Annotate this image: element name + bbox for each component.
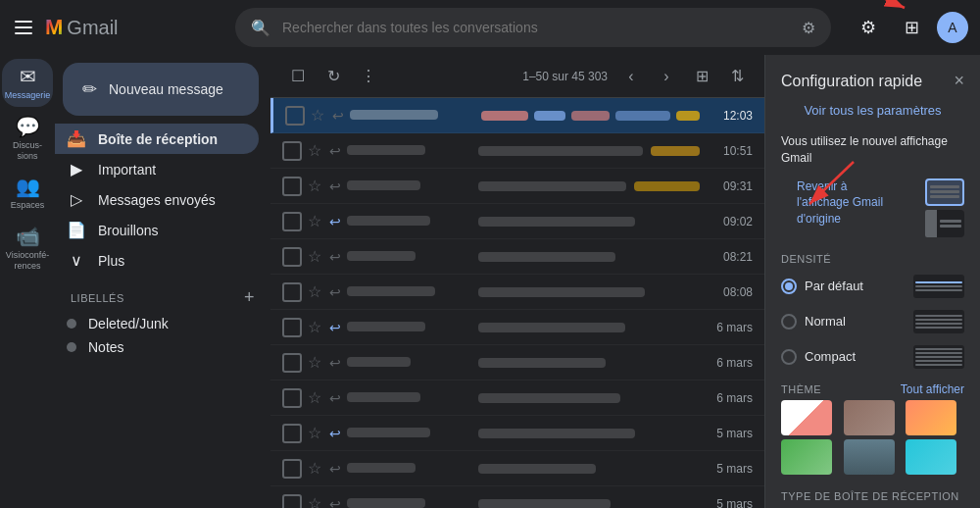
radio-default[interactable]	[781, 279, 797, 294]
row-forward-icon: ↩	[332, 108, 344, 124]
view-toggle-button[interactable]: ⊞	[686, 61, 717, 92]
row-checkbox[interactable]	[285, 106, 305, 126]
row-content	[478, 323, 700, 332]
row-checkbox[interactable]	[282, 388, 302, 408]
search-bar[interactable]: 🔍 ⚙	[235, 8, 831, 47]
row-checkbox[interactable]	[282, 353, 302, 373]
row-checkbox[interactable]	[282, 212, 302, 231]
table-row[interactable]: ☆ ↩ 5 mars	[270, 451, 764, 486]
nav-sent[interactable]: ▷ Messages envoyés	[55, 184, 259, 215]
row-star-icon[interactable]: ☆	[308, 247, 321, 266]
radio-compact[interactable]	[781, 349, 797, 365]
view-all-themes-link[interactable]: Tout afficher	[901, 382, 964, 396]
menu-icon[interactable]	[12, 16, 35, 39]
theme-option-3[interactable]	[781, 439, 832, 475]
apps-button[interactable]: ⊞	[894, 10, 929, 45]
split-view-option[interactable]	[925, 210, 964, 237]
row-checkbox[interactable]	[282, 247, 302, 267]
table-row[interactable]: ☆ ↩ 6 mars	[270, 310, 764, 345]
settings-button[interactable]: ⚙	[851, 10, 886, 45]
sidebar-item-messagerie[interactable]: ✉ Messagerie	[2, 59, 53, 107]
next-page-button[interactable]: ›	[651, 61, 682, 92]
row-forward-icon: ↩	[329, 390, 341, 406]
row-date: 08:21	[704, 250, 753, 264]
theme-option-0[interactable]	[781, 400, 832, 435]
table-row[interactable]: ☆ ↩ 6 mars	[270, 345, 764, 381]
row-star-icon[interactable]: ☆	[308, 318, 321, 336]
table-row[interactable]: ☆ ↩ 5 mars	[270, 416, 764, 451]
theme-grid	[765, 400, 980, 483]
row-checkbox[interactable]	[282, 318, 302, 337]
row-checkbox[interactable]	[282, 141, 302, 161]
table-row[interactable]: ☆ ↩ 09:02	[270, 204, 764, 239]
row-date: 6 mars	[704, 391, 753, 405]
display-options: Revenir à l'affichage Gmail d'origine	[765, 175, 980, 245]
quick-settings-close-button[interactable]: ×	[954, 71, 964, 91]
row-star-icon[interactable]: ☆	[308, 424, 321, 442]
add-label-button[interactable]: +	[244, 287, 255, 308]
sidebar-item-visio[interactable]: 📹 Visioconfé-rences	[2, 219, 53, 278]
table-row[interactable]: ☆ ↩ 5 mars	[270, 486, 764, 508]
row-checkbox[interactable]	[282, 424, 302, 443]
row-star-icon[interactable]: ☆	[308, 494, 321, 508]
row-star-icon[interactable]: ☆	[308, 282, 321, 301]
select-all-button[interactable]: ☐	[282, 61, 314, 92]
refresh-button[interactable]: ↻	[318, 61, 349, 92]
nav-more[interactable]: ∨ Plus	[55, 245, 259, 276]
table-row[interactable]: ☆ ↩ 09:31	[270, 169, 764, 204]
row-star-icon[interactable]: ☆	[308, 177, 321, 195]
view-all-settings-link[interactable]: Voir tous les paramètres	[765, 99, 980, 129]
labels-section-header: LIBELLÉS +	[55, 276, 270, 312]
row-star-icon[interactable]: ☆	[308, 141, 321, 160]
return-to-old-link[interactable]: Revenir à l'affichage Gmail d'origine	[781, 178, 917, 235]
row-star-icon[interactable]: ☆	[308, 459, 321, 478]
row-content	[478, 217, 700, 227]
table-row[interactable]: ☆ ↩ 08:21	[270, 239, 764, 275]
theme-option-4[interactable]	[844, 439, 895, 475]
table-row[interactable]: ☆ ↩ 6 mars	[270, 381, 764, 416]
row-star-icon[interactable]: ☆	[308, 388, 321, 407]
compose-button[interactable]: ✏ Nouveau message	[63, 63, 259, 116]
search-input[interactable]	[282, 20, 790, 35]
row-star-icon[interactable]: ☆	[308, 353, 321, 372]
row-checkbox[interactable]	[282, 459, 302, 479]
row-forward-icon: ↩	[329, 214, 341, 229]
search-filter-icon[interactable]: ⚙	[802, 19, 815, 37]
prev-page-button[interactable]: ‹	[615, 61, 647, 92]
avatar[interactable]: A	[937, 12, 968, 43]
row-star-icon[interactable]: ☆	[311, 106, 324, 125]
radio-normal[interactable]	[781, 314, 797, 330]
more-toolbar-button[interactable]: ⋮	[353, 61, 384, 92]
row-forward-icon: ↩	[329, 143, 341, 159]
row-checkbox[interactable]	[282, 282, 302, 302]
nav-drafts[interactable]: 📄 Brouillons	[55, 215, 259, 245]
row-date: 08:08	[704, 285, 753, 299]
compact-view-option[interactable]	[925, 178, 964, 206]
video-icon: 📹	[16, 225, 40, 248]
table-row[interactable]: ☆ ↩ 12:03	[270, 98, 764, 133]
row-content	[478, 181, 700, 191]
label-notes[interactable]: Notes	[55, 335, 270, 359]
density-preview-compact	[913, 345, 964, 369]
row-star-icon[interactable]: ☆	[308, 212, 321, 230]
drafts-icon: 📄	[67, 221, 86, 239]
row-forward-icon: ↩	[329, 320, 341, 335]
sort-button[interactable]: ⇅	[721, 61, 753, 92]
row-checkbox[interactable]	[282, 177, 302, 196]
sidebar-item-espaces[interactable]: 👥 Espaces	[2, 169, 53, 217]
table-row[interactable]: ☆ ↩ 10:51	[270, 133, 764, 169]
density-section-title: DENSITÉ	[765, 245, 980, 269]
table-row[interactable]: ☆ ↩ 08:08	[270, 275, 764, 310]
theme-option-1[interactable]	[844, 400, 895, 435]
nav-inbox[interactable]: 📥 Boîte de réception	[55, 124, 259, 154]
sidebar-item-discussions[interactable]: 💬 Discus-sions	[2, 109, 53, 168]
density-normal-option[interactable]: Normal	[765, 304, 980, 339]
density-default-option[interactable]: Par défaut	[765, 269, 980, 304]
theme-section-title: THÈME	[781, 383, 821, 395]
theme-option-2[interactable]	[906, 400, 956, 435]
theme-option-5[interactable]	[906, 439, 956, 475]
nav-important[interactable]: ▶ Important	[55, 154, 259, 184]
row-checkbox[interactable]	[282, 494, 302, 509]
label-deleted-junk[interactable]: Deleted/Junk	[55, 312, 270, 335]
density-compact-option[interactable]: Compact	[765, 339, 980, 375]
